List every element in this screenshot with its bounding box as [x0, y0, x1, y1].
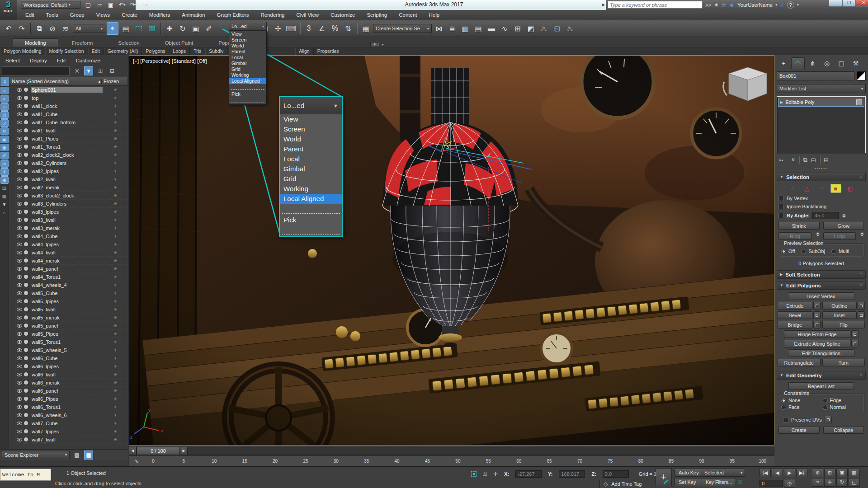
edit-polygons-button[interactable]: Outline [822, 302, 857, 310]
toolbar-icon[interactable]: ▬ [486, 22, 497, 35]
explorer-object-row[interactable]: top ✳ [9, 94, 128, 102]
clear-search-icon[interactable]: ✕ [72, 66, 81, 75]
dropdown-item[interactable] [231, 84, 264, 90]
object-name[interactable]: wall3_merak [31, 225, 103, 231]
ribbon-panel-tab[interactable]: Polygon Modeling [0, 47, 45, 55]
selection-dot-icon[interactable] [24, 267, 28, 271]
stack-item-editable-poly[interactable]: ▶ Editable Poly [778, 98, 864, 107]
explorer-object-row[interactable]: wall6_merak ✳ [9, 379, 128, 387]
visibility-eye-icon[interactable] [17, 96, 22, 100]
callout-dropdown-header[interactable]: Lo...ed ▼ [280, 97, 342, 114]
toolbar-icon[interactable]: ▦ [360, 22, 372, 35]
explorer-object-row[interactable]: wall4_wheels_4 ✳ [9, 281, 128, 289]
object-name[interactable]: wall3_Cylinders [31, 201, 103, 206]
menu-item[interactable]: Graph Editors [217, 12, 249, 18]
explorer-object-row[interactable]: wall2_clock2_clock ✳ [9, 151, 128, 159]
explorer-grid-icon[interactable]: ▦ [84, 450, 93, 460]
close-button[interactable]: ✕ [856, 0, 868, 7]
frozen-toggle-icon[interactable]: ✳ [103, 153, 128, 157]
ribbon-panel-tab[interactable]: Properties [314, 47, 343, 55]
preserve-uvs-settings-button[interactable] [825, 416, 832, 423]
vertex-subobject-icon[interactable]: ∴ [787, 184, 798, 193]
selection-dot-icon[interactable] [24, 372, 28, 376]
edit-polygons-button[interactable]: Hinge From Edge [784, 330, 850, 338]
visibility-eye-icon[interactable] [17, 145, 22, 149]
selection-dot-icon[interactable] [24, 258, 28, 263]
edit-polygons-button[interactable]: Extrude Along Spline [784, 340, 850, 347]
pin-stack-icon[interactable]: ➳ [778, 157, 783, 164]
preview-radio[interactable]: SubObj [801, 249, 825, 254]
frozen-toggle-icon[interactable]: ✳ [103, 104, 128, 108]
object-color-swatch[interactable] [857, 71, 866, 80]
toolbar-icon[interactable]: ⌨ [285, 22, 297, 35]
visibility-eye-icon[interactable] [17, 210, 22, 214]
selection-dot-icon[interactable] [24, 242, 28, 246]
scene-explorer-selector-dropdown[interactable]: Scene Explorer▾ [2, 451, 70, 459]
frozen-toggle-icon[interactable]: ✳ [103, 413, 128, 418]
toolbar-icon[interactable]: ⌖ [107, 22, 118, 35]
frozen-toggle-icon[interactable]: ✳ [103, 275, 128, 279]
dropdown-item[interactable]: Local [280, 154, 342, 164]
previous-frame-icon[interactable]: ◀ [772, 469, 783, 477]
save-file-icon[interactable]: ▣ [107, 1, 115, 9]
next-frame-arrow-icon[interactable]: ▶ [180, 447, 188, 455]
frozen-toggle-icon[interactable]: ✳ [103, 112, 128, 117]
ribbon-panel-tab[interactable]: Subdiv [205, 47, 227, 55]
visibility-eye-icon[interactable] [17, 340, 22, 344]
frozen-toggle-icon[interactable]: ✳ [103, 226, 128, 230]
configure-modifier-sets-icon[interactable]: ⊞ [824, 157, 829, 164]
ignore-backfacing-checkbox[interactable] [778, 204, 784, 209]
collapse-button[interactable]: Collapse [823, 426, 864, 434]
frozen-toggle-icon[interactable]: ✳ [103, 250, 128, 255]
explorer-object-row[interactable]: wall1_clock ✳ [9, 102, 128, 110]
orbit-icon[interactable]: ↻ [836, 478, 848, 487]
ribbon-tab[interactable]: Freeform [60, 39, 105, 47]
create-tab-icon[interactable]: + [777, 57, 790, 69]
edit-polygons-button[interactable]: Bevel [778, 311, 812, 319]
constraint-radio[interactable]: None [781, 398, 820, 403]
constraint-radio[interactable]: Edge [823, 398, 862, 403]
frozen-toggle-icon[interactable]: ✳ [103, 218, 128, 222]
object-name[interactable]: wall5_Pipes [31, 331, 103, 337]
hierarchy-tab-icon[interactable]: ⋔ [806, 57, 819, 69]
dropdown-item[interactable] [231, 97, 264, 103]
object-name[interactable]: wall5_Cube [31, 291, 103, 296]
frozen-toggle-icon[interactable]: ✳ [103, 145, 128, 149]
help-icon[interactable]: ? [787, 1, 794, 9]
object-name[interactable]: wall5_lwall [31, 307, 103, 312]
dropdown-item[interactable]: Parent [229, 49, 266, 55]
selection-dot-icon[interactable] [24, 315, 28, 319]
edit-polygons-button[interactable]: Insert Vertex [788, 292, 854, 300]
explorer-object-row[interactable]: wall6_Torus1 ✳ [9, 403, 128, 411]
user-menu-chevron-icon[interactable]: ▾ [775, 3, 777, 7]
selection-dot-icon[interactable] [24, 421, 28, 425]
selection-dot-icon[interactable] [24, 210, 28, 214]
object-name[interactable]: wall7_lwall [31, 437, 103, 442]
undo-scene-icon[interactable]: ↶▾ [118, 1, 126, 9]
zoom-all-icon[interactable]: ⊞ [824, 469, 835, 477]
user-avatar-icon[interactable]: ☻ [729, 2, 735, 8]
expand-arrow-icon[interactable]: ▶ [780, 100, 783, 104]
explorer-object-row[interactable]: wall5_lpipes ✳ [9, 297, 128, 305]
menu-item[interactable]: Modifiers [149, 12, 170, 18]
track-bar[interactable]: ∿ 05101520253035404550556065707580859095… [129, 455, 774, 466]
exchange-apps-icon[interactable]: X [780, 1, 784, 9]
object-name[interactable]: wall7_Cube [31, 421, 103, 426]
frozen-toggle-icon[interactable]: ✳ [103, 356, 128, 361]
selection-dot-icon[interactable] [24, 226, 28, 230]
toolbar-icon[interactable]: ▤ [120, 22, 132, 35]
edit-polygons-button[interactable]: Turn [822, 359, 865, 366]
explorer-object-row[interactable]: wall6_panel ✳ [9, 387, 128, 395]
transform-type-in-icon[interactable]: ✛ [493, 471, 498, 477]
preserve-uvs-checkbox[interactable] [783, 417, 788, 422]
frozen-toggle-icon[interactable]: ✳ [103, 307, 128, 312]
field-of-view-icon[interactable]: ⌗ [812, 478, 823, 487]
object-name[interactable]: wall2_merak [31, 185, 103, 190]
favorites-star-icon[interactable]: ☆ [722, 2, 726, 8]
explorer-menu-item[interactable]: Display [30, 58, 47, 63]
object-name[interactable]: wall6_merak [31, 380, 103, 385]
previous-frame-arrow-icon[interactable]: ◀ [129, 447, 137, 455]
frozen-toggle-icon[interactable]: ✳ [103, 202, 128, 206]
display-type-toggle-icon[interactable]: ☼ [0, 103, 9, 111]
redo-scene-icon[interactable]: ↷▾ [129, 1, 137, 9]
